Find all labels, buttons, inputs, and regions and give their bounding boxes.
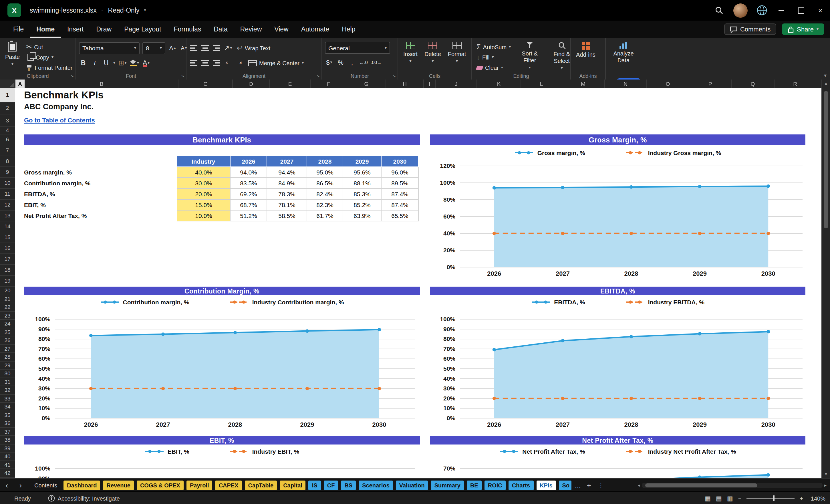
zoom-in-button[interactable]: + [800,495,803,501]
sheet-tab-capex[interactable]: CAPEX [215,480,242,490]
sheet-tab-summary[interactable]: Summary [431,480,464,490]
column-header-O[interactable]: O [647,80,689,88]
column-header-C[interactable]: C [179,80,233,88]
sheet-tab-charts[interactable]: Charts [509,480,534,490]
ribbon-tab-data[interactable]: Data [208,21,234,38]
presence-globe-button[interactable] [752,0,772,21]
ribbon-tab-insert[interactable]: Insert [61,21,90,38]
row-header-17[interactable]: 17 [0,254,15,265]
column-header-A[interactable]: A [15,80,25,88]
increase-font-button[interactable]: A▴ [168,43,177,53]
row-header-39[interactable]: 39 [0,444,15,452]
sheet-tab-payroll[interactable]: Payroll [187,480,213,490]
row-header-26[interactable]: 26 [0,336,15,345]
number-dialog-launcher[interactable]: ↘ [392,74,396,78]
column-header-F[interactable]: F [311,80,347,88]
new-sheet-button[interactable]: + [587,481,591,490]
increase-indent-button[interactable]: ⇥ [235,58,244,68]
sheet-tab-is[interactable]: IS [309,480,321,490]
align-right-button[interactable] [212,58,221,68]
horizontal-scroll-track[interactable] [642,483,823,488]
ribbon-tab-formulas[interactable]: Formulas [167,21,208,38]
chart-gross-margin[interactable]: Gross margin, %Industry Gross margin, %0… [430,147,805,282]
row-header-23[interactable]: 23 [0,312,15,320]
ribbon-tab-help[interactable]: Help [336,21,361,38]
row-header-15[interactable]: 15 [0,232,15,243]
vertical-scrollbar[interactable]: ▲ ▼ [822,80,830,478]
scroll-left-arrow[interactable]: ◂ [638,483,640,488]
row-header-21[interactable]: 21 [0,295,15,303]
merge-center-button[interactable]: Merge & Center▾ [247,58,306,68]
sheet-tab-be[interactable]: BE [467,480,482,490]
format-painter-button[interactable]: Format Painter [24,62,74,73]
zoom-percentage[interactable]: 140% [808,495,825,501]
align-center-button[interactable] [201,58,210,68]
row-header-34[interactable]: 34 [0,403,15,411]
accessibility-status[interactable]: Accessibility: Investigate [48,495,120,502]
row-header-8[interactable]: 8 [0,156,15,167]
column-header-E[interactable]: E [270,80,311,88]
sheet-tab-cogs-opex[interactable]: COGS & OPEX [137,480,184,490]
copy-button[interactable]: Copy▾ [24,52,74,62]
fill-color-button[interactable]: ▾ [130,58,139,68]
row-header-18[interactable]: 18 [0,265,15,276]
autosum-button[interactable]: ΣAutoSum▾ [475,42,513,52]
ribbon-tab-file[interactable]: File [7,21,30,38]
wrap-text-button[interactable]: ↩Wrap Text [235,43,272,53]
row-header-4[interactable]: 4 [0,127,15,134]
collapse-ribbon-icon[interactable]: ▾ [824,73,827,78]
column-header-D[interactable]: D [233,80,270,88]
format-cells-button[interactable]: Format▾ [446,40,468,65]
scroll-up-arrow[interactable]: ▲ [822,80,830,88]
clipboard-dialog-launcher[interactable]: ↘ [70,74,74,78]
ribbon-tab-page-layout[interactable]: Page Layout [118,21,167,38]
chart-contribution-margin[interactable]: Contribution margin, %Industry Contribut… [24,296,420,437]
delete-cells-button[interactable]: Delete▾ [422,40,443,65]
zoom-slider[interactable] [746,496,795,501]
add-ins-button[interactable]: Add-ins [574,40,598,60]
orientation-button[interactable]: ↗▾ [224,43,232,53]
ribbon-tab-home[interactable]: Home [30,21,61,38]
font-color-button[interactable]: A▾ [142,58,151,68]
percent-style-button[interactable]: % [337,57,345,67]
normal-view-button[interactable]: ▦ [705,495,711,502]
row-header-30[interactable]: 30 [0,370,15,378]
font-dialog-launcher[interactable]: ↘ [181,74,184,78]
row-header-10[interactable]: 10 [0,178,15,189]
column-header-I[interactable]: I [424,80,436,88]
column-header-L[interactable]: L [521,80,562,88]
close-button[interactable]: × [810,0,830,21]
sheet-tab-kpis[interactable]: KPIs [536,480,556,490]
row-header-9[interactable]: 9 [0,167,15,178]
alignment-dialog-launcher[interactable]: ↘ [316,74,320,78]
decrease-decimal-button[interactable]: .00→ [371,57,382,67]
ribbon-tab-review[interactable]: Review [234,21,268,38]
row-header-2[interactable]: 2 [0,102,15,115]
sheet-tab-bs[interactable]: BS [341,480,356,490]
decrease-indent-button[interactable]: ⇤ [224,58,232,68]
sheet-tab-revenue[interactable]: Revenue [103,480,134,490]
comments-button[interactable]: Comments [724,24,776,35]
avatar[interactable] [733,3,747,18]
row-header-11[interactable]: 11 [0,189,15,200]
row-header-19[interactable]: 19 [0,276,15,287]
sheet-tab-scenarios[interactable]: Scenarios [359,480,393,490]
font-size-select[interactable]: 8▾ [142,42,165,54]
row-header-3[interactable]: 3 [0,115,15,127]
row-header-14[interactable]: 14 [0,221,15,232]
sheet-tab-roic[interactable]: ROIC [484,480,506,490]
row-header-42[interactable]: 42 [0,469,15,477]
number-format-select[interactable]: General▾ [325,42,390,54]
row-header-38[interactable]: 38 [0,436,15,444]
row-header-29[interactable]: 29 [0,361,15,370]
sheet-tab-contents[interactable]: Contents [31,480,61,490]
analyze-data-button[interactable]: Analyze Data [609,40,638,65]
sheet-tab-capital[interactable]: Capital [280,480,306,490]
page-layout-view-button[interactable]: ▤ [716,495,722,502]
paste-button[interactable]: Paste ▾ [3,40,22,68]
row-header-40[interactable]: 40 [0,452,15,461]
column-header-N[interactable]: N [605,80,647,88]
ribbon-tab-draw[interactable]: Draw [90,21,118,38]
row-header-25[interactable]: 25 [0,328,15,336]
chart-ebit[interactable]: EBIT, %Industry EBIT, %0%10%20%30%40%50%… [24,445,420,478]
